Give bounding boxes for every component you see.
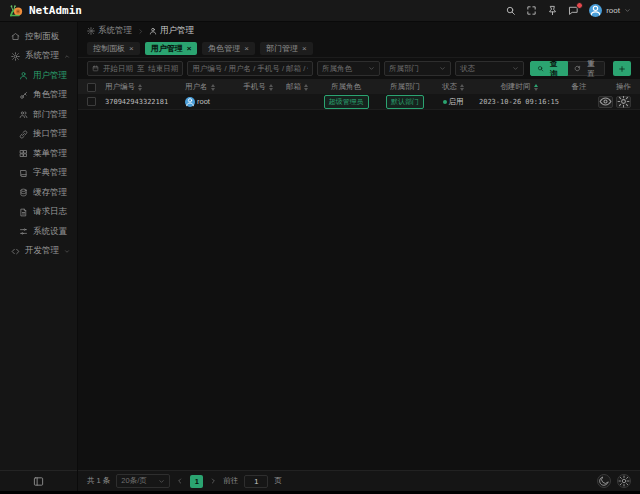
breadcrumb: 系统管理 用户管理 [78,22,640,40]
sidebar-item-menus[interactable]: 菜单管理 [0,144,77,164]
search-button[interactable]: 查询 [530,61,568,76]
gear-icon [87,27,95,35]
tab-dashboard[interactable]: 控制面板 × [87,42,140,55]
sort-icon [304,84,308,91]
sidebar-item-cache[interactable]: 缓存管理 [0,183,77,203]
snail-logo-icon [9,3,24,18]
sidebar-item-label: 请求日志 [33,206,67,218]
top-bar-actions: root [505,4,631,17]
message-icon[interactable] [568,5,579,16]
pin-icon[interactable] [547,5,558,16]
tab-bar: 控制面板 × 用户管理 × 角色管理 × 部门管理 × [78,40,640,58]
sidebar-item-label: 字典管理 [33,167,67,179]
sidebar-item-roles[interactable]: 角色管理 [0,86,77,106]
sidebar-item-label: 角色管理 [33,89,67,101]
prev-page-button[interactable] [176,477,184,485]
plus-icon [618,65,626,73]
close-icon[interactable]: × [187,45,192,53]
pagination-bar: 共 1 条 20条/页 1 前往 页 [78,470,640,491]
sidebar-item-dashboard[interactable]: 控制面板 [0,27,77,47]
sort-icon [460,84,464,91]
add-user-button[interactable] [613,61,631,76]
column-header-created[interactable]: 创建时间 [473,82,565,92]
sidebar-item-users[interactable]: 用户管理 [0,66,77,86]
tab-users[interactable]: 用户管理 × [145,42,198,55]
username: root [606,6,620,15]
sidebar-item-settings[interactable]: 系统设置 [0,222,77,242]
department-select-placeholder: 所属部门 [389,64,419,74]
column-header-remark: 备注 [565,82,593,92]
date-range-picker[interactable]: 开始日期 至 结束日期 [87,61,183,76]
sidebar-footer [0,470,77,491]
sidebar-item-label: 缓存管理 [33,187,67,199]
column-header-email[interactable]: 邮箱 [279,82,315,92]
close-icon[interactable]: × [244,45,249,53]
user-menu[interactable]: root [589,4,631,17]
sidebar-item-label: 菜单管理 [33,148,67,160]
column-header-username[interactable]: 用户名 [185,82,237,92]
tab-label: 控制面板 [93,43,125,54]
column-header-role: 所属角色 [315,82,377,92]
sidebar-item-dictionaries[interactable]: 字典管理 [0,164,77,184]
theme-toggle-button[interactable] [597,474,611,488]
role-select[interactable]: 所属角色 [317,61,380,76]
table-row[interactable]: 370942943322181 root 超级管理员 默认部门 启用 2023-… [78,94,640,110]
fullscreen-icon[interactable] [526,5,537,16]
sidebar-collapse-icon[interactable] [33,476,44,487]
close-icon[interactable]: × [129,45,134,53]
notification-badge [576,2,583,9]
sidebar-item-apis[interactable]: 接口管理 [0,125,77,145]
sidebar-item-development[interactable]: 开发管理 [0,242,77,262]
chevron-down-icon [624,7,631,14]
status-select[interactable]: 状态 [455,61,524,76]
status-text: 启用 [449,97,464,107]
keyword-input[interactable] [192,64,308,73]
select-all-checkbox[interactable] [87,83,96,92]
sort-icon-active [534,84,538,91]
calendar-icon [92,65,99,72]
app-title: NetAdmin [29,4,82,17]
reset-button[interactable]: 重置 [568,61,605,76]
goto-page-input[interactable] [244,475,268,488]
breadcrumb-item-system[interactable]: 系统管理 [87,25,132,37]
tab-label: 用户管理 [151,43,183,54]
sidebar-item-label: 开发管理 [25,245,59,257]
status-select-placeholder: 状态 [460,64,475,74]
department-select[interactable]: 所属部门 [384,61,451,76]
next-page-button[interactable] [209,477,217,485]
tab-roles[interactable]: 角色管理 × [202,42,255,55]
view-row-button[interactable] [598,96,613,108]
top-bar: NetAdmin root [0,0,640,22]
settings-button[interactable] [617,474,631,488]
sidebar-item-system[interactable]: 系统管理 [0,47,77,67]
breadcrumb-item-users: 用户管理 [149,25,194,37]
book-icon [19,169,28,178]
database-icon [19,188,28,197]
page-number-button[interactable]: 1 [190,475,203,488]
chevron-down-icon [158,478,165,485]
status-dot [443,100,447,104]
column-header-user-id[interactable]: 用户编号 [105,82,185,92]
breadcrumb-label: 用户管理 [160,25,194,37]
keyword-search-field [187,61,313,76]
user-icon [19,71,28,80]
eye-icon [599,96,612,108]
table-header: 用户编号 用户名 手机号 邮箱 所属角色 [78,80,640,94]
row-checkbox[interactable] [87,97,96,106]
row-settings-button[interactable] [616,96,631,108]
column-header-phone[interactable]: 手机号 [237,82,279,92]
avatar [589,4,602,17]
sidebar-item-departments[interactable]: 部门管理 [0,105,77,125]
search-icon[interactable] [505,5,516,16]
team-icon [19,110,28,119]
code-icon [11,247,20,256]
close-icon[interactable]: × [302,45,307,53]
sidebar-item-request-logs[interactable]: 请求日志 [0,203,77,223]
column-header-status[interactable]: 状态 [433,82,473,92]
refresh-icon [574,65,581,72]
tab-departments[interactable]: 部门管理 × [260,42,313,55]
sidebar-item-label: 控制面板 [25,31,59,43]
home-icon [11,32,20,41]
page-size-select[interactable]: 20条/页 [116,474,170,488]
gear-icon [11,52,20,61]
